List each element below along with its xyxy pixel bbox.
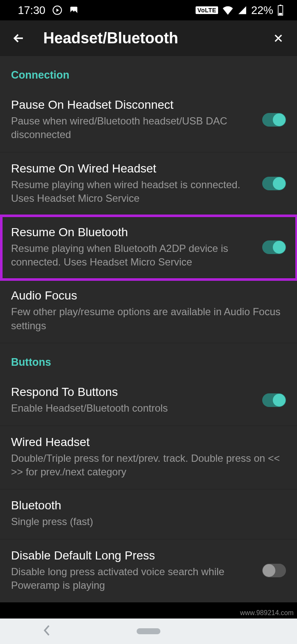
app-header: Headset/Bluetooth: [0, 20, 297, 56]
nav-home-pill[interactable]: [137, 628, 160, 634]
setting-title: Resume On Wired Headset: [11, 162, 255, 175]
volte-badge: VoLTE: [196, 6, 218, 14]
signal-icon: [238, 6, 247, 15]
system-nav-bar: [0, 619, 297, 644]
play-circle-icon: [52, 5, 62, 15]
setting-bluetooth[interactable]: Bluetooth Single press (fast): [0, 489, 297, 539]
setting-title: Respond To Buttons: [11, 385, 255, 399]
setting-resume-on-wired[interactable]: Resume On Wired Headset Resume playing w…: [0, 153, 297, 216]
setting-desc: Double/Triple press for next/prev. track…: [11, 452, 286, 479]
section-header-buttons: Buttons: [0, 343, 297, 376]
setting-resume-on-bluetooth[interactable]: Resume On Bluetooth Resume playing when …: [0, 216, 297, 280]
svg-rect-4: [279, 13, 282, 15]
setting-desc: Resume playing when Bluetooth A2DP devic…: [11, 242, 255, 269]
status-time: 17:30: [18, 4, 45, 17]
section-header-connection: Connection: [0, 56, 297, 89]
toggle-resume-on-wired[interactable]: [262, 177, 286, 190]
watermark: www.989214.com: [240, 609, 294, 617]
setting-title: Pause On Headset Disconnect: [11, 98, 255, 112]
wifi-icon: [222, 6, 233, 15]
status-bar: 17:30 VoLTE 22%: [0, 0, 297, 20]
setting-desc: Single press (fast): [11, 515, 286, 528]
setting-pause-on-disconnect[interactable]: Pause On Headset Disconnect Pause when w…: [0, 89, 297, 153]
close-icon[interactable]: [269, 29, 288, 48]
setting-respond-to-buttons[interactable]: Respond To Buttons Enable Headset/Blueto…: [0, 376, 297, 426]
setting-desc: Enable Headset/Bluetooth controls: [11, 401, 255, 415]
toggle-pause-on-disconnect[interactable]: [262, 113, 286, 127]
setting-desc: Disable long press activated voice searc…: [11, 565, 255, 593]
setting-disable-long-press[interactable]: Disable Default Long Press Disable long …: [0, 539, 297, 603]
settings-list: Connection Pause On Headset Disconnect P…: [0, 56, 297, 602]
setting-desc: Resume playing when wired headset is con…: [11, 178, 255, 206]
page-title: Headset/Bluetooth: [43, 29, 254, 47]
nav-back-icon[interactable]: [43, 624, 51, 638]
toggle-disable-long-press[interactable]: [262, 564, 286, 577]
battery-percent: 22%: [251, 4, 273, 17]
setting-title: Disable Default Long Press: [11, 549, 255, 562]
setting-title: Bluetooth: [11, 499, 286, 512]
setting-title: Resume On Bluetooth: [11, 226, 255, 239]
toggle-respond-to-buttons[interactable]: [262, 393, 286, 407]
back-arrow-icon[interactable]: [9, 29, 28, 48]
toggle-resume-on-bluetooth[interactable]: [262, 240, 286, 254]
battery-icon: [277, 5, 283, 16]
image-icon: [69, 6, 78, 15]
setting-desc: Few other play/resume options are availa…: [11, 305, 286, 333]
setting-title: Wired Headset: [11, 435, 286, 449]
setting-desc: Pause when wired/Bluetooth headset/USB D…: [11, 114, 255, 142]
setting-title: Audio Focus: [11, 289, 286, 302]
setting-audio-focus[interactable]: Audio Focus Few other play/resume option…: [0, 280, 297, 343]
setting-wired-headset[interactable]: Wired Headset Double/Triple press for ne…: [0, 426, 297, 490]
